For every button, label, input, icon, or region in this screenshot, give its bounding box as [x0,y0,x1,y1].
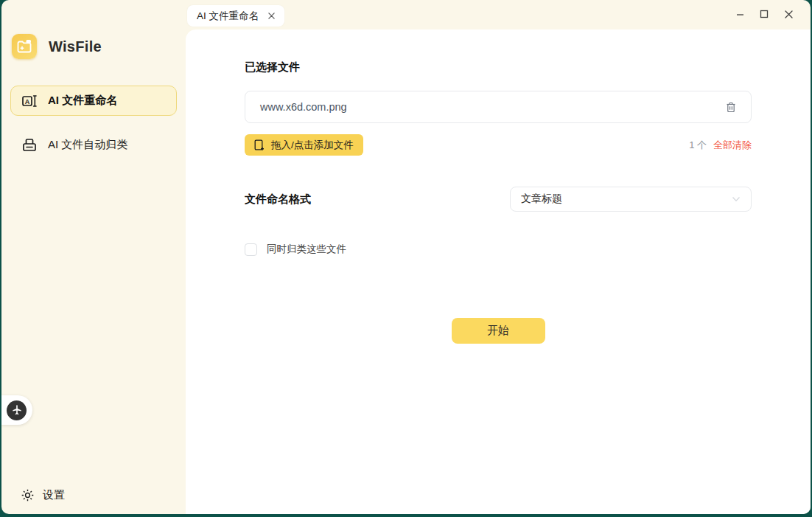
sidebar-item-ai-rename[interactable]: A AI 文件重命名 [10,86,177,116]
naming-format-label: 文件命名格式 [245,192,311,207]
close-icon[interactable] [783,8,794,20]
brand: WisFile [12,34,102,59]
selected-files-title: 已选择文件 [245,60,752,74]
file-count: 1 个 [689,139,707,152]
gear-icon [21,488,35,502]
chevron-down-icon [732,196,741,202]
add-file-icon [254,139,265,151]
sidebar-item-label: AI 文件自动归类 [48,138,127,152]
add-files-label: 拖入/点击添加文件 [271,139,354,152]
main-content: 已选择文件 www.x6d.com.png [186,30,811,514]
categorize-checkbox-row: 同时归类这些文件 [245,243,752,256]
app-window: WisFile A AI 文件重命名 [1,0,811,514]
start-button-wrap: 开始 [245,318,752,344]
naming-format-select[interactable]: 文章标题 [510,187,752,212]
file-name: www.x6d.com.png [260,101,347,113]
clear-all-link[interactable]: 全部清除 [713,139,752,152]
settings-button[interactable]: 设置 [21,488,65,502]
file-actions-row: 拖入/点击添加文件 1 个 全部清除 [245,134,752,156]
naming-format-row: 文件命名格式 文章标题 [245,187,752,212]
categorize-icon [21,137,38,153]
count-clear: 1 个 全部清除 [689,139,752,152]
maximize-icon[interactable] [758,8,770,20]
sidebar-item-label: AI 文件重命名 [48,94,117,108]
sidebar: WisFile A AI 文件重命名 [1,0,186,514]
tab-close-icon[interactable] [268,13,275,19]
sidebar-item-ai-categorize[interactable]: AI 文件自动归类 [10,130,177,160]
add-files-button[interactable]: 拖入/点击添加文件 [245,134,363,156]
categorize-checkbox-label: 同时归类这些文件 [267,243,346,256]
tab-label: AI 文件重命名 [197,10,259,23]
svg-text:A: A [25,97,30,105]
start-button[interactable]: 开始 [452,318,545,344]
wisfile-logo-icon [12,34,37,59]
airplane-fab[interactable] [1,395,32,425]
categorize-checkbox[interactable] [245,243,257,256]
window-controls [734,8,794,20]
settings-label: 设置 [43,488,65,502]
minimize-icon[interactable] [734,8,746,20]
trash-icon[interactable] [726,102,736,113]
rename-icon: A [21,93,38,109]
sidebar-nav: A AI 文件重命名 AI 文件自动归类 [10,86,177,174]
brand-name: WisFile [49,38,102,55]
airplane-icon [7,400,27,420]
naming-format-value: 文章标题 [521,192,562,206]
tab-ai-rename[interactable]: AI 文件重命名 [187,5,284,27]
file-list-item: www.x6d.com.png [245,91,752,123]
